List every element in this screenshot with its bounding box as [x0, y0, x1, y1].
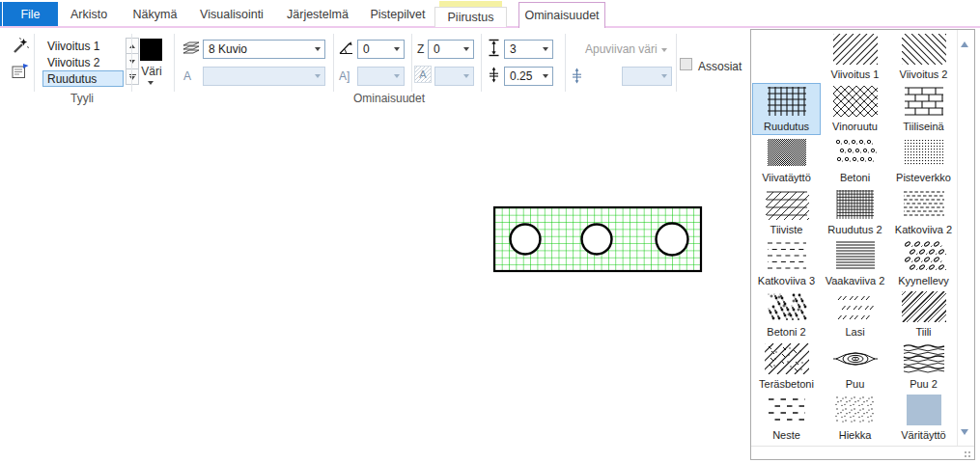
associative-checkbox[interactable]	[680, 58, 692, 70]
gallery-item-label: Tiiliseinä	[903, 121, 943, 133]
gallery-item-vinoruutu[interactable]: Vinoruutu	[821, 83, 889, 134]
gallery-item-label: Viivoitus 2	[900, 68, 948, 81]
gallery-item-vaakaviiva-2[interactable]: Vaakaviiva 2	[821, 238, 889, 289]
spacing-combo[interactable]: 0.25	[504, 67, 553, 86]
group-label-tyyli: Tyyli	[39, 92, 126, 105]
chevron-down-icon[interactable]	[310, 41, 324, 58]
aux-color-combo-disabled	[622, 67, 672, 86]
gallery-item-neste[interactable]: Neste	[752, 393, 821, 444]
chevron-down-icon[interactable]	[459, 41, 473, 58]
gallery-item-label: Pisteverkko	[896, 172, 951, 184]
gallery-item-kyynellevy[interactable]: Kyynellevy	[889, 238, 958, 289]
line-spacing-secondary-icon[interactable]	[571, 68, 583, 88]
tab-file[interactable]: File	[3, 2, 58, 26]
hatch-style-list[interactable]: Viivoitus 1 Viivoitus 2 Ruudutus	[42, 38, 124, 87]
gallery-scrollbar[interactable]	[957, 30, 974, 446]
hole-circle[interactable]	[657, 224, 688, 256]
gallery-item-betoni[interactable]: Betoni	[821, 135, 889, 186]
pattern-swatch-hiekka-icon	[833, 395, 878, 429]
gallery-item-label: Tiiviste	[770, 224, 803, 236]
gallery-item-katkoviiva-3[interactable]: Katkoviiva 3	[752, 238, 821, 289]
tab-label: Piirustus	[448, 11, 494, 24]
gallery-item-hiekka[interactable]: Hiekka	[821, 393, 889, 444]
gallery-item-viivoitus-2[interactable]: Viivoitus 2	[889, 32, 958, 83]
chevron-down-icon[interactable]	[538, 68, 552, 85]
group-separator	[565, 34, 566, 92]
scroll-down-icon[interactable]	[961, 429, 968, 435]
style-list-item[interactable]: Viivoitus 2	[42, 54, 124, 70]
color-button-label[interactable]: Väri	[131, 65, 172, 78]
layer-combo[interactable]: 8 Kuvio	[203, 40, 325, 59]
gallery-item-label: Teräsbetoni	[759, 378, 814, 391]
tab-pistepilvet[interactable]: Pistepilvet	[363, 3, 433, 26]
up-arrow-icon	[129, 44, 135, 48]
gallery-item-label: Neste	[772, 429, 800, 442]
angle-combo[interactable]: 0	[357, 40, 405, 59]
gallery-item-label: Katkoviiva 3	[758, 275, 815, 287]
tab-n-kym[interactable]: Näkymä	[126, 3, 183, 26]
tab-j-rjestelm[interactable]: Järjestelmä	[282, 3, 353, 26]
gallery-item-betoni-2[interactable]: Betoni 2	[752, 289, 821, 340]
properties-dialog-button[interactable]	[12, 64, 29, 83]
pattern-swatch-betoni-2-icon	[765, 291, 809, 326]
group-label-ominaisuudet: Ominaisuudet	[331, 92, 447, 105]
chevron-down-icon[interactable]	[148, 81, 154, 85]
gallery-item-label: Kyynellevy	[898, 275, 949, 287]
gallery-item-pisteverkko[interactable]: Pisteverkko	[889, 135, 958, 186]
hole-circle[interactable]	[511, 225, 541, 255]
group-separator	[34, 34, 35, 92]
pattern-swatch-tiiviste-icon	[765, 189, 809, 224]
resize-grip-icon[interactable]	[965, 451, 966, 453]
text-a-bracket-label: A]	[339, 69, 350, 83]
gallery-item-tiilisein[interactable]: Tiiliseinä	[889, 83, 958, 134]
angle-combo-value: 0	[358, 42, 389, 56]
gallery-item-ruudutus[interactable]: Ruudutus	[752, 83, 821, 134]
scroll-up-icon[interactable]	[961, 41, 968, 47]
pattern-swatch-viivoitus-1-icon	[833, 34, 878, 68]
height-combo[interactable]: 3	[504, 40, 553, 59]
gallery-item-tiili[interactable]: Tiili	[889, 289, 958, 340]
drawing-canvas-shape[interactable]	[488, 201, 710, 280]
gallery-item-viivoitus-1[interactable]: Viivoitus 1	[821, 32, 889, 83]
gallery-item-katkoviiva-2[interactable]: Katkoviiva 2	[889, 186, 958, 237]
tab-label: File	[20, 8, 40, 21]
line-spacing-icon	[488, 67, 500, 87]
gallery-item-puu[interactable]: Puu	[821, 340, 889, 392]
tab-visualisointi[interactable]: Visualisointi	[192, 3, 271, 26]
tab-ominaisuudet[interactable]: Ominaisuudet	[518, 2, 605, 28]
hole-circle[interactable]	[582, 225, 612, 255]
pattern-swatch-tiili-icon	[902, 291, 946, 326]
gallery-item-tiiviste[interactable]: Tiiviste	[752, 186, 821, 237]
gallery-item-ruudutus-2[interactable]: Ruudutus 2	[821, 186, 889, 237]
line-height-icon	[488, 39, 500, 61]
chevron-down-icon[interactable]	[538, 41, 552, 58]
group-separator	[174, 34, 175, 92]
gallery-grid: Viivoitus 1Viivoitus 2RuudutusVinoruutuT…	[752, 32, 958, 444]
gallery-item-ter-sbetoni[interactable]: Teräsbetoni	[752, 340, 821, 392]
gallery-item-lasi[interactable]: Lasi	[821, 289, 889, 340]
pattern-swatch-katkoviiva-2-icon	[902, 189, 946, 224]
z-combo[interactable]: 0	[428, 40, 474, 59]
color-swatch[interactable]	[140, 39, 162, 61]
pattern-swatch-katkoviiva-3-icon	[765, 240, 809, 275]
scroll-up-button[interactable]	[126, 38, 139, 54]
gallery-item-puu-2[interactable]: Puu 2	[889, 340, 958, 392]
aux-color-label: Apuviivan väri	[585, 42, 667, 56]
gallery-item-viivat-ytt[interactable]: Viivatäyttö	[752, 135, 821, 186]
gallery-item-v-rit-ytt[interactable]: Väritäyttö	[889, 393, 958, 444]
window-edge	[0, 2, 2, 26]
format-painter-button[interactable]	[12, 37, 30, 59]
text-style-combo-disabled	[203, 67, 325, 86]
tab-label: Pistepilvet	[371, 8, 426, 21]
gallery-footer	[751, 446, 974, 459]
chevron-down-icon[interactable]	[389, 41, 404, 58]
gallery-item-label: Väritäyttö	[901, 429, 945, 442]
pattern-swatch-vinoruutu-icon	[833, 86, 878, 121]
style-list-item-selected[interactable]: Ruudutus	[42, 70, 124, 87]
style-list-item[interactable]: Viivoitus 1	[42, 38, 124, 54]
tab-arkisto[interactable]: Arkisto	[63, 3, 115, 26]
tab-piirustus[interactable]: Piirustus	[434, 7, 507, 27]
hatched-text-combo-disabled	[434, 67, 474, 86]
pattern-swatch-viivoitus-2-icon	[902, 34, 946, 68]
pattern-swatch-ruudutus-2-icon	[833, 189, 878, 224]
